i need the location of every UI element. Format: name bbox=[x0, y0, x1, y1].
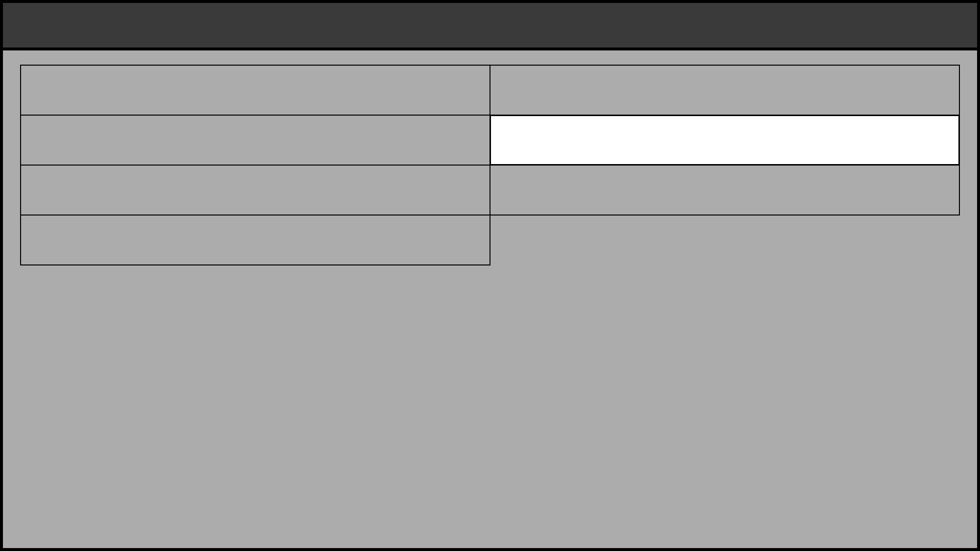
grid-cell[interactable] bbox=[490, 165, 960, 216]
content-area bbox=[3, 50, 977, 548]
app-window bbox=[0, 0, 980, 551]
grid-cell[interactable] bbox=[490, 65, 960, 116]
grid-cell[interactable] bbox=[20, 165, 490, 216]
grid-cell[interactable] bbox=[20, 215, 490, 265]
grid-cell-selected[interactable] bbox=[490, 115, 960, 166]
grid-cell-empty bbox=[490, 215, 960, 265]
grid-cell[interactable] bbox=[20, 115, 490, 166]
cell-grid bbox=[21, 65, 959, 265]
grid-cell[interactable] bbox=[20, 65, 490, 116]
titlebar bbox=[3, 3, 977, 50]
